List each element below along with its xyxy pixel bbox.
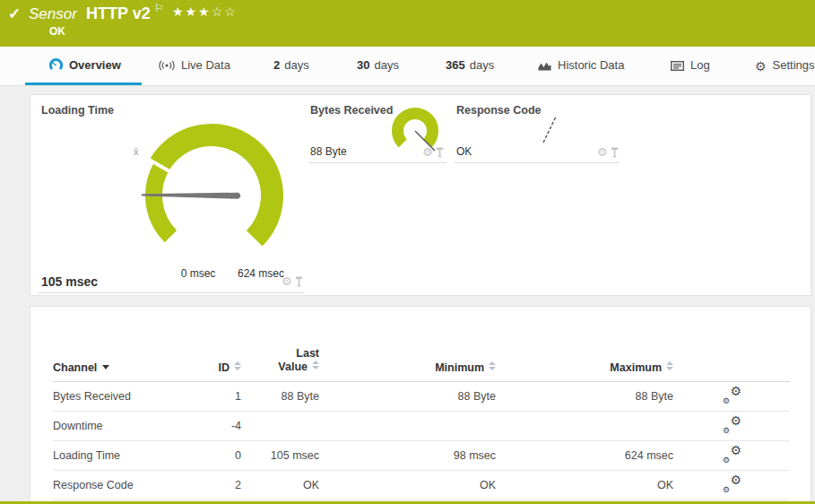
tab-overview[interactable]: Overview <box>49 58 121 74</box>
channel-last-value: 88 Byte <box>241 390 319 403</box>
panel-divider <box>39 292 304 293</box>
panel-action-icons: ⚙ <box>422 147 444 158</box>
table-row-downtime: Downtime -4 ⚙⚙ <box>53 412 790 441</box>
primary-gauge-title: Loading Time <box>41 104 114 117</box>
sort-icon <box>234 361 241 370</box>
panel-gear-icon[interactable]: ⚙ <box>282 276 292 287</box>
settings-gear-icon: ⚙ <box>755 59 767 74</box>
table-row-response-code: Response Code 2 OK OK OK ⚙⚙ <box>53 471 790 500</box>
channel-maximum: OK <box>496 479 673 491</box>
channel-table: Channel ID LastValue Minimum Maximum Byt… <box>53 341 790 500</box>
historic-chart-icon <box>538 60 551 74</box>
tab-overview-label: Overview <box>69 58 121 72</box>
loading-time-value: 105 msec <box>41 274 98 289</box>
tab-365-days-number: 365 <box>446 58 465 72</box>
status-ok-check-icon: ✓ <box>8 4 21 23</box>
channel-id: 2 <box>205 479 241 491</box>
gauge-min-label: 0 msec <box>167 267 230 280</box>
tab-live-data-label: Live Data <box>181 58 230 72</box>
tab-365-days[interactable]: 365days <box>446 58 494 72</box>
channel-last-value: 105 msec <box>241 449 319 462</box>
table-row-loading-time: Loading Time 0 105 msec 98 msec 624 msec… <box>53 441 790 471</box>
live-data-icon <box>159 60 175 74</box>
column-header-maximum[interactable]: Maximum <box>496 361 673 374</box>
table-row-bytes-received: Bytes Received 1 88 Byte 88 Byte 88 Byte… <box>53 382 790 412</box>
bytes-received-title: Bytes Received <box>310 104 393 117</box>
tab-historic-data[interactable]: Historic Data <box>538 58 624 74</box>
sort-icon <box>489 361 496 370</box>
tab-30-days[interactable]: 30days <box>357 58 399 72</box>
column-header-last-value[interactable]: LastValue <box>241 347 319 374</box>
panel-action-icons: ⚙ <box>597 147 619 158</box>
panel-gear-icon[interactable]: ⚙ <box>422 147 433 158</box>
tab-2-days[interactable]: 2days <box>273 58 309 72</box>
channel-name: Bytes Received <box>53 390 205 403</box>
gauge-band-high <box>159 135 272 239</box>
flag-icon[interactable]: ⚐ <box>154 2 164 14</box>
channel-maximum: 624 msec <box>496 449 673 462</box>
channel-id: -4 <box>205 420 241 432</box>
sort-icon <box>312 361 319 369</box>
sort-icon <box>666 361 673 370</box>
channel-minimum: OK <box>319 479 496 491</box>
channel-name: Loading Time <box>53 449 205 462</box>
panel-pin-icon[interactable] <box>611 147 619 158</box>
channel-id: 0 <box>205 449 241 462</box>
tab-log[interactable]: Log <box>671 58 710 74</box>
log-icon <box>671 60 684 74</box>
column-header-channel[interactable]: Channel <box>53 361 205 374</box>
tab-30-days-number: 30 <box>357 58 369 72</box>
tab-365-days-unit: days <box>470 58 494 72</box>
tab-bar: Overview Live Data 2days 30days 365days … <box>0 47 815 86</box>
panel-gear-icon[interactable]: ⚙ <box>597 147 608 158</box>
sensor-header: ✓ Sensor HTTP v2 ⚐ ★★★☆☆ OK <box>0 0 815 47</box>
table-header-row: Channel ID LastValue Minimum Maximum <box>53 341 790 382</box>
sensor-name: HTTP v2 <box>86 4 151 23</box>
channel-settings-icon[interactable]: ⚙⚙ <box>722 417 741 433</box>
tab-live-data[interactable]: Live Data <box>159 58 230 74</box>
gauge-icon <box>49 58 63 74</box>
panel-action-icons: ⚙ <box>282 276 303 287</box>
gauge-mean-label: x̄ <box>134 146 139 157</box>
channel-minimum: 88 Byte <box>319 390 496 403</box>
priority-stars[interactable]: ★★★☆☆ <box>172 4 238 19</box>
channel-settings-icon[interactable]: ⚙⚙ <box>722 476 741 492</box>
mini-gauge-band <box>398 114 433 143</box>
tab-settings-label: Settings <box>773 58 815 72</box>
channel-name: Downtime <box>53 420 205 432</box>
prtg-sensor-page: ✓ Sensor HTTP v2 ⚐ ★★★☆☆ OK Overview Liv… <box>0 0 815 504</box>
channel-maximum: 88 Byte <box>496 390 673 403</box>
panel-pin-icon[interactable] <box>436 147 444 158</box>
channel-settings-icon[interactable]: ⚙⚙ <box>722 387 741 404</box>
panel-divider <box>308 162 447 163</box>
channel-id: 1 <box>205 390 241 403</box>
gauge-band-low <box>154 167 171 237</box>
channel-settings-icon[interactable]: ⚙⚙ <box>722 447 741 463</box>
channel-minimum: 98 msec <box>319 449 496 462</box>
channel-last-value: OK <box>241 479 319 491</box>
bytes-received-value: 88 Byte <box>310 145 347 158</box>
tab-2-days-number: 2 <box>273 58 280 72</box>
column-header-minimum[interactable]: Minimum <box>319 361 496 374</box>
tab-30-days-unit: days <box>374 58 398 72</box>
response-code-value: OK <box>456 145 472 158</box>
sensor-kind-label: Sensor <box>29 5 77 23</box>
column-header-id[interactable]: ID <box>205 361 241 374</box>
panel-pin-icon[interactable] <box>295 276 303 287</box>
tab-settings[interactable]: ⚙Settings <box>755 58 815 74</box>
panel-divider <box>455 162 620 163</box>
response-code-title: Response Code <box>456 104 541 117</box>
channel-name: Response Code <box>53 479 205 491</box>
sensor-status-badge: OK <box>49 25 65 38</box>
gauges-card: Loading Time x̄ 0 msec 624 msec 105 msec… <box>30 94 811 296</box>
tab-historic-data-label: Historic Data <box>558 58 624 72</box>
tab-2-days-unit: days <box>284 58 308 72</box>
channels-card: Channel ID LastValue Minimum Maximum Byt… <box>30 306 811 504</box>
channel-filter-arrow-icon <box>102 365 109 369</box>
active-tab-underline <box>25 83 142 85</box>
tab-log-label: Log <box>690 58 710 72</box>
loading-time-gauge: x̄ <box>113 117 312 277</box>
response-gauge-needle <box>543 117 556 143</box>
response-code-gauge <box>534 109 570 149</box>
